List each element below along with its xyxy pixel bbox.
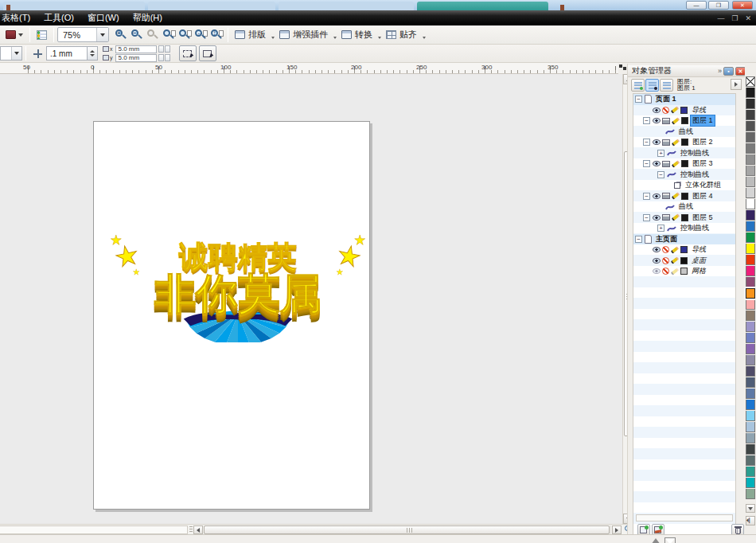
- nudge-offset-input[interactable]: .1 mm: [46, 46, 88, 61]
- page-label[interactable]: 页面 1: [654, 94, 678, 104]
- color-swatch[interactable]: [746, 444, 755, 455]
- spin-up-icon[interactable]: [90, 50, 95, 53]
- layer-color-swatch[interactable]: [680, 107, 688, 114]
- zoom-to-page-width-button[interactable]: ↔: [193, 28, 208, 42]
- edit-pencil-icon[interactable]: [671, 257, 679, 264]
- layer-label[interactable]: 导线: [690, 244, 707, 255]
- tree-row-control-curve[interactable]: −控制曲线: [633, 170, 735, 181]
- layer-color-swatch[interactable]: [680, 246, 688, 253]
- edit-pencil-icon[interactable]: [671, 246, 679, 253]
- tree-row-layer2[interactable]: −图层 2: [633, 137, 735, 148]
- layout-plugin-button[interactable]: 排版: [232, 27, 270, 43]
- zoom-to-page-button[interactable]: [177, 28, 192, 42]
- color-palette[interactable]: ⏴▏: [745, 64, 756, 543]
- layer-color-swatch[interactable]: [680, 268, 688, 275]
- flyout-arrow-icon[interactable]: [271, 37, 275, 39]
- tree-row-page1[interactable]: −页面 1: [633, 94, 735, 105]
- layer-color-swatch[interactable]: [681, 139, 688, 146]
- horizontal-scroll-thumb[interactable]: [204, 525, 610, 534]
- color-swatch[interactable]: [746, 366, 755, 377]
- color-swatch[interactable]: [746, 188, 755, 198]
- color-swatch[interactable]: [746, 355, 755, 365]
- palette-expand-button[interactable]: ⏴▏: [746, 516, 755, 525]
- color-swatch[interactable]: [746, 121, 755, 131]
- collapse-icon[interactable]: −: [635, 236, 642, 243]
- layer-label[interactable]: 网格: [690, 266, 707, 276]
- object-tree[interactable]: −页面 1 导线 −图层 1 曲线 −图层 2 +控制曲线 −图层 3 −控制曲…: [633, 93, 736, 543]
- color-swatch[interactable]: [746, 478, 755, 488]
- color-swatch[interactable]: [746, 154, 755, 165]
- layer-label-selected[interactable]: 图层 1: [691, 115, 715, 126]
- color-swatch[interactable]: [746, 199, 755, 209]
- tree-row-control-curve[interactable]: +控制曲线: [633, 148, 735, 159]
- color-swatch[interactable]: [746, 299, 755, 310]
- background-tab[interactable]: [3, 2, 145, 10]
- color-swatch[interactable]: [746, 311, 755, 321]
- chevron-right-icon[interactable]: »: [718, 67, 722, 75]
- marquee-select-toggle[interactable]: [199, 45, 216, 61]
- color-swatch[interactable]: [746, 277, 755, 287]
- horizontal-ruler[interactable]: 50 0 50 100 150 200 250 300 350: [0, 63, 618, 74]
- no-color-swatch[interactable]: [746, 76, 755, 87]
- menu-help[interactable]: 帮助(H): [126, 10, 170, 25]
- color-swatch[interactable]: [746, 467, 755, 477]
- layer-label[interactable]: 导线: [690, 105, 707, 115]
- print-disabled-icon[interactable]: [662, 268, 669, 275]
- color-swatch[interactable]: [746, 166, 755, 176]
- zoom-to-page-height-button[interactable]: ↕: [209, 28, 224, 42]
- panel-collapse-button[interactable]: ▪: [723, 67, 734, 76]
- collapse-icon[interactable]: −: [643, 139, 650, 146]
- close-button[interactable]: ✕: [732, 1, 753, 10]
- object-label[interactable]: 控制曲线: [679, 170, 711, 180]
- layer-label[interactable]: 图层 4: [691, 191, 715, 201]
- horizontal-scroll-track[interactable]: [204, 525, 611, 534]
- duplicate-y-input[interactable]: 5.0 mm: [115, 54, 157, 62]
- layer-label[interactable]: 图层 5: [691, 213, 715, 223]
- zoom-in-button[interactable]: +: [114, 28, 128, 42]
- spin-down-icon[interactable]: [165, 45, 170, 53]
- color-swatch[interactable]: [746, 322, 755, 332]
- enhance-plugin-button[interactable]: 增强插件: [276, 27, 332, 43]
- layer-color-swatch[interactable]: [681, 214, 688, 221]
- collapse-icon[interactable]: −: [635, 96, 642, 103]
- splitter-handle[interactable]: [189, 526, 193, 533]
- duplicate-y-spinner[interactable]: [158, 54, 170, 61]
- color-swatch[interactable]: [746, 110, 755, 120]
- color-swatch[interactable]: [746, 177, 755, 187]
- spin-up-icon[interactable]: [158, 54, 164, 61]
- tree-row-layer5[interactable]: −图层 5: [633, 213, 735, 224]
- color-swatch[interactable]: [746, 377, 755, 388]
- flyout-arrow-icon[interactable]: [333, 37, 337, 39]
- layer-label[interactable]: 桌面: [690, 256, 707, 266]
- visibility-eye-icon[interactable]: [653, 258, 661, 264]
- layer-color-swatch[interactable]: [681, 160, 688, 167]
- color-swatch[interactable]: [746, 411, 755, 421]
- expand-icon[interactable]: +: [657, 225, 664, 232]
- color-swatch[interactable]: [746, 88, 755, 98]
- edit-pencil-icon[interactable]: [671, 268, 679, 275]
- layer-label[interactable]: 图层 2: [691, 137, 715, 147]
- duplicate-x-spinner[interactable]: [158, 45, 170, 53]
- color-swatch[interactable]: [746, 210, 755, 221]
- background-tab[interactable]: [148, 2, 275, 10]
- page-label[interactable]: 主页面: [654, 234, 679, 244]
- scroll-left-button[interactable]: [193, 525, 203, 534]
- visibility-eye-icon[interactable]: [653, 107, 661, 113]
- color-swatch[interactable]: [746, 333, 755, 343]
- collapse-icon[interactable]: −: [643, 160, 650, 167]
- edit-pencil-icon[interactable]: [672, 160, 680, 167]
- units-combobox[interactable]: [0, 46, 22, 61]
- menu-table[interactable]: 表格(T): [0, 10, 37, 25]
- object-label[interactable]: 控制曲线: [679, 148, 711, 158]
- spin-down-icon[interactable]: [90, 54, 95, 57]
- color-swatch[interactable]: [746, 221, 755, 232]
- drawing-canvas[interactable]: 非你莫属 非你莫属 非你莫属 非你莫属 非你莫属 非你莫属 诚聘精英 诚聘精英 …: [0, 74, 622, 524]
- visibility-eye-icon[interactable]: [653, 193, 661, 199]
- export-button[interactable]: [2, 27, 26, 43]
- print-disabled-icon[interactable]: [662, 246, 669, 253]
- zoom-level-combobox[interactable]: 75%: [57, 27, 109, 42]
- layer-label[interactable]: 图层 3: [691, 158, 715, 169]
- object-label[interactable]: 控制曲线: [679, 223, 711, 233]
- color-swatch[interactable]: [746, 244, 755, 254]
- visibility-eye-icon[interactable]: [653, 247, 661, 252]
